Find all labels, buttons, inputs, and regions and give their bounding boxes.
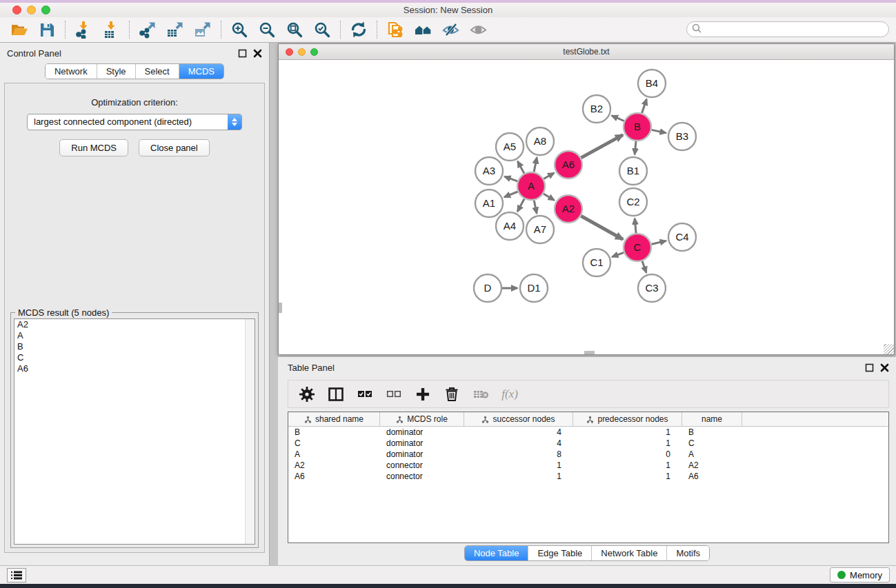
- panel-layout-button[interactable]: [323, 383, 349, 405]
- cell-shared-name[interactable]: C: [288, 438, 380, 448]
- cell-predecessor-nodes[interactable]: 0: [573, 449, 682, 459]
- table-row[interactable]: A6connector11A6: [288, 471, 888, 482]
- mcds-result-item[interactable]: A6: [14, 363, 255, 374]
- search-box[interactable]: [686, 21, 889, 37]
- cell-shared-name[interactable]: A: [288, 449, 380, 459]
- edge-A-A8[interactable]: [534, 158, 537, 172]
- cell-shared-name[interactable]: A2: [288, 460, 380, 470]
- edge-B-B4[interactable]: [642, 99, 647, 113]
- cell-successor-nodes[interactable]: 4: [464, 427, 573, 437]
- tab-style[interactable]: Style: [97, 64, 135, 79]
- vertical-scroll-mark[interactable]: [279, 303, 282, 313]
- delete-table-button[interactable]: [468, 383, 494, 405]
- column-header-predecessor-nodes[interactable]: predecessor nodes: [573, 412, 682, 426]
- open-folder-button[interactable]: [6, 19, 33, 41]
- mcds-result-list[interactable]: A2ABCA6: [14, 318, 255, 545]
- tab-select[interactable]: Select: [135, 64, 179, 79]
- node-B4[interactable]: B4: [638, 70, 666, 97]
- node-A1[interactable]: A1: [475, 190, 503, 217]
- cell-MCDS-role[interactable]: dominator: [380, 427, 464, 437]
- optimization-criterion-select[interactable]: largest connected component (directed): [27, 114, 242, 130]
- edge-A-A4[interactable]: [517, 199, 524, 212]
- edge-C-C4[interactable]: [652, 241, 666, 244]
- network-canvas[interactable]: AA1A2A3A4A5A6A7A8BB1B2B3B4CC1C2C3C4DD1: [279, 60, 894, 354]
- cell-name[interactable]: A6: [682, 472, 742, 481]
- node-C[interactable]: C: [624, 234, 651, 261]
- node-B1[interactable]: B1: [619, 157, 647, 185]
- cell-MCDS-role[interactable]: dominator: [380, 449, 464, 459]
- edge-C-C3[interactable]: [642, 261, 646, 273]
- cell-name[interactable]: C: [682, 438, 742, 448]
- node-A6[interactable]: A6: [555, 151, 582, 179]
- result-scrollbar[interactable]: [245, 319, 255, 544]
- node-A2[interactable]: A2: [555, 195, 582, 223]
- cell-MCDS-role[interactable]: connector: [380, 472, 464, 481]
- search-input[interactable]: [701, 25, 888, 34]
- settings-gear-button[interactable]: [294, 383, 320, 405]
- save-button[interactable]: [33, 19, 61, 41]
- zoom-out-button[interactable]: [253, 19, 281, 41]
- cell-successor-nodes[interactable]: 1: [464, 472, 573, 481]
- cell-MCDS-role[interactable]: connector: [380, 460, 464, 470]
- mcds-result-item[interactable]: B: [14, 341, 255, 352]
- import-network-button[interactable]: [70, 19, 97, 41]
- node-B3[interactable]: B3: [668, 123, 696, 150]
- node-D[interactable]: D: [474, 274, 501, 302]
- refresh-button[interactable]: [345, 19, 372, 41]
- close-panel-button[interactable]: Close panel: [139, 139, 210, 156]
- edge-A-A6[interactable]: [544, 173, 554, 179]
- edge-B-B3[interactable]: [652, 130, 666, 133]
- cell-predecessor-nodes[interactable]: 1: [573, 472, 682, 481]
- cell-name[interactable]: A: [682, 449, 742, 459]
- cell-MCDS-role[interactable]: dominator: [380, 438, 464, 448]
- run-mcds-button[interactable]: Run MCDS: [59, 139, 128, 156]
- table-close-panel-icon[interactable]: [880, 363, 889, 372]
- show-all-button[interactable]: [464, 19, 492, 41]
- float-panel-icon[interactable]: [238, 49, 247, 58]
- zoom-selected-button[interactable]: [308, 19, 336, 41]
- node-A4[interactable]: A4: [496, 212, 524, 240]
- tab-node-table[interactable]: Node Table: [465, 546, 528, 560]
- cell-name[interactable]: A2: [682, 460, 742, 470]
- edge-C-C1[interactable]: [613, 252, 624, 256]
- cell-name[interactable]: B: [682, 427, 742, 437]
- edge-A-A2[interactable]: [544, 194, 555, 201]
- first-neighbors-button[interactable]: [409, 19, 437, 41]
- node-A8[interactable]: A8: [526, 128, 554, 155]
- table-row[interactable]: Cdominator41C: [288, 438, 888, 449]
- node-A3[interactable]: A3: [475, 157, 503, 185]
- close-panel-icon[interactable]: [253, 49, 262, 58]
- column-header-successor-nodes[interactable]: successor nodes: [464, 412, 573, 426]
- tab-network[interactable]: Network: [46, 64, 97, 79]
- cell-predecessor-nodes[interactable]: 1: [573, 438, 682, 448]
- cell-successor-nodes[interactable]: 1: [464, 460, 573, 470]
- edge-A6-B[interactable]: [581, 135, 623, 158]
- delete-column-button[interactable]: [439, 383, 465, 405]
- mcds-result-item[interactable]: A2: [14, 319, 255, 330]
- table-row[interactable]: Bdominator41B: [288, 427, 888, 438]
- function-builder-button[interactable]: f(x): [497, 383, 523, 405]
- node-A5[interactable]: A5: [496, 133, 524, 161]
- node-B[interactable]: B: [624, 113, 651, 141]
- edge-A-A1[interactable]: [504, 192, 517, 197]
- edge-A-A5[interactable]: [518, 161, 525, 174]
- resize-grip[interactable]: [884, 344, 894, 354]
- new-network-from-selection-button[interactable]: [381, 19, 409, 41]
- node-C2[interactable]: C2: [619, 188, 647, 216]
- cell-successor-nodes[interactable]: 8: [464, 449, 573, 459]
- cell-predecessor-nodes[interactable]: 1: [573, 427, 682, 437]
- node-C4[interactable]: C4: [668, 223, 696, 251]
- task-history-button[interactable]: [7, 568, 26, 582]
- mcds-result-item[interactable]: C: [14, 352, 255, 363]
- export-table-button[interactable]: [161, 19, 189, 41]
- export-image-button[interactable]: [189, 19, 217, 41]
- column-header-shared-name[interactable]: shared name: [288, 412, 380, 426]
- deselect-all-checkboxes-button[interactable]: [381, 383, 407, 405]
- node-C3[interactable]: C3: [638, 274, 666, 302]
- network-window-titlebar[interactable]: testGlobe.txt: [279, 44, 894, 60]
- table-float-panel-icon[interactable]: [865, 363, 874, 372]
- edge-A-A3[interactable]: [505, 176, 518, 181]
- cell-shared-name[interactable]: A6: [288, 472, 380, 481]
- edge-A-A7[interactable]: [534, 201, 537, 214]
- node-C1[interactable]: C1: [583, 249, 610, 276]
